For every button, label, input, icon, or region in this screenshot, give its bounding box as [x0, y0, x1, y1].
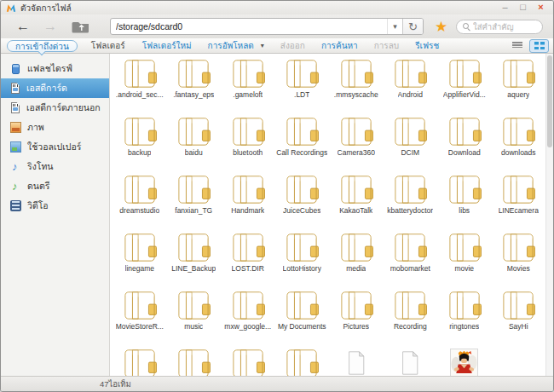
scrollbar-thumb[interactable] — [547, 55, 552, 147]
folder-icon — [499, 287, 537, 321]
file-item[interactable]: .fantasy_eps — [167, 55, 222, 113]
file-item[interactable]: bluetooth — [221, 113, 275, 171]
menu-action-item[interactable]: รีเฟรช — [415, 39, 439, 52]
menu-action-item[interactable]: การลบ — [374, 39, 400, 52]
folder-icon — [391, 171, 429, 205]
file-item[interactable]: Recording — [384, 287, 438, 345]
file-item-label: LOST.DIR — [232, 264, 264, 273]
file-item[interactable]: KakaoTalk — [329, 171, 384, 229]
menu-action-item[interactable]: โฟลเดอร์ใหม่ — [142, 39, 192, 52]
maximize-button[interactable]: □ — [516, 2, 530, 13]
file-item[interactable]: .gameloft — [221, 55, 275, 113]
tab-quick-access[interactable]: การเข้าถึงด่วน — [7, 40, 78, 52]
folder-icon — [499, 55, 537, 89]
search-input[interactable] — [473, 22, 536, 32]
file-item[interactable]: LINE_Backup — [167, 229, 222, 287]
sidebar-item[interactable]: ดนตรี — [1, 176, 109, 196]
file-item[interactable]: LOST.DIR — [221, 229, 275, 287]
sidebar-item[interactable]: ใช้วอลเปเปอร์ — [1, 137, 109, 157]
file-item[interactable]: Call Recordings — [275, 113, 330, 171]
file-item[interactable]: LINEcamera — [492, 171, 546, 229]
path-refresh-icon[interactable]: ↻ — [402, 19, 423, 34]
file-item[interactable] — [437, 345, 492, 376]
file-item[interactable] — [221, 345, 275, 376]
up-folder-button[interactable] — [71, 19, 91, 34]
navigation-toolbar: ← → ▾ ↻ ★ — [1, 14, 553, 38]
file-item[interactable]: mxw_google... — [221, 287, 275, 345]
minimize-button[interactable]: – — [498, 2, 512, 13]
sidebar-item[interactable]: ภาพ — [1, 118, 109, 137]
folder-icon — [338, 113, 375, 147]
folder-icon — [283, 345, 320, 376]
file-item[interactable]: JuiceCubes — [275, 171, 330, 229]
file-item[interactable] — [113, 345, 167, 376]
menu-action-item[interactable]: การค้นหา — [321, 39, 358, 52]
file-item[interactable]: movie — [437, 229, 492, 287]
file-item[interactable]: baidu — [167, 113, 222, 171]
file-item[interactable]: My Documents — [275, 287, 330, 345]
file-item[interactable]: MovieStoreR... — [113, 287, 167, 345]
file-item[interactable]: Movies — [492, 229, 546, 287]
dropdown-caret-icon[interactable]: ▾ — [261, 42, 264, 49]
file-item[interactable]: fanxian_TG — [167, 171, 222, 229]
file-item[interactable]: media — [329, 229, 384, 287]
path-dropdown-caret-icon[interactable]: ▾ — [387, 19, 402, 34]
file-item[interactable]: downloads — [492, 113, 546, 171]
search-box[interactable] — [456, 20, 543, 34]
file-item[interactable]: Android — [384, 55, 438, 113]
file-item[interactable]: SayHi — [492, 287, 546, 345]
folder-icon — [446, 113, 483, 147]
back-button[interactable]: ← — [14, 20, 32, 33]
title-bar[interactable]: ตัวจัดการไฟล์ – □ × — [1, 1, 553, 14]
file-item[interactable]: .LDT — [275, 55, 330, 113]
sidebar-item[interactable]: เอสดีการ์ด — [1, 78, 109, 98]
file-item[interactable]: .android_sec... — [113, 55, 167, 113]
sidebar-item[interactable]: แฟลชไดรฟ์ — [1, 59, 109, 78]
file-item-label: JuiceCubes — [283, 206, 320, 215]
file-item[interactable]: LottoHistory — [275, 229, 330, 287]
file-item-label: LINEcamera — [499, 206, 539, 215]
file-item[interactable]: .mmsyscache — [329, 55, 384, 113]
grid-view-button[interactable] — [529, 39, 549, 53]
file-item[interactable]: ApplifierVid... — [437, 55, 492, 113]
folder-icon — [446, 55, 483, 89]
forward-button[interactable]: → — [42, 20, 59, 33]
file-item[interactable]: aquery — [492, 55, 546, 113]
file-item[interactable]: ringtones — [437, 287, 492, 345]
favorite-star-icon[interactable]: ★ — [435, 20, 447, 34]
pictures-icon — [10, 122, 21, 133]
sidebar-item[interactable]: ริงโทน — [1, 157, 109, 176]
file-item[interactable]: libs — [437, 171, 492, 229]
file-item[interactable]: Handmark — [221, 171, 275, 229]
file-item[interactable] — [167, 345, 222, 376]
file-item-label: libs — [459, 206, 470, 215]
file-item[interactable] — [329, 345, 384, 376]
file-item[interactable]: Camera360 — [329, 113, 384, 171]
file-item[interactable] — [275, 345, 330, 376]
menu-action-item[interactable]: ส่งออก — [280, 39, 305, 52]
file-item[interactable]: linegame — [113, 229, 167, 287]
file-manager-window: ตัวจัดการไฟล์ – □ × ← → ▾ ↻ ★ การเข้าถึง… — [0, 0, 554, 392]
app-logo-m-icon — [6, 3, 16, 13]
sidebar-item-label: วิดีโอ — [27, 199, 49, 213]
file-item[interactable]: Download — [437, 113, 492, 171]
tab-folders[interactable]: โฟลเดอร์ — [91, 39, 125, 52]
folder-icon — [391, 113, 429, 147]
file-item[interactable]: Pictures — [329, 287, 384, 345]
sidebar-item[interactable]: เอสดีการ์ดภายนอก — [1, 98, 109, 118]
sidebar-item[interactable]: วิดีโอ — [1, 196, 109, 216]
close-button[interactable]: × — [534, 2, 548, 13]
vertical-scrollbar[interactable] — [545, 54, 553, 376]
file-item[interactable]: dreamstudio — [113, 171, 167, 229]
file-item-label: linegame — [125, 264, 155, 273]
file-item[interactable]: DCIM — [384, 113, 438, 171]
file-item[interactable]: mobomarket — [384, 229, 438, 287]
folder-icon — [391, 287, 429, 321]
file-item[interactable] — [384, 345, 438, 376]
file-item[interactable]: backup — [113, 113, 167, 171]
menu-action-item[interactable]: การอัพโหลด ▾ — [208, 39, 264, 52]
list-view-button[interactable] — [507, 39, 527, 53]
file-item[interactable]: music — [167, 287, 222, 345]
file-item[interactable]: kbatterydoctor — [384, 171, 438, 229]
path-input[interactable] — [111, 19, 387, 34]
